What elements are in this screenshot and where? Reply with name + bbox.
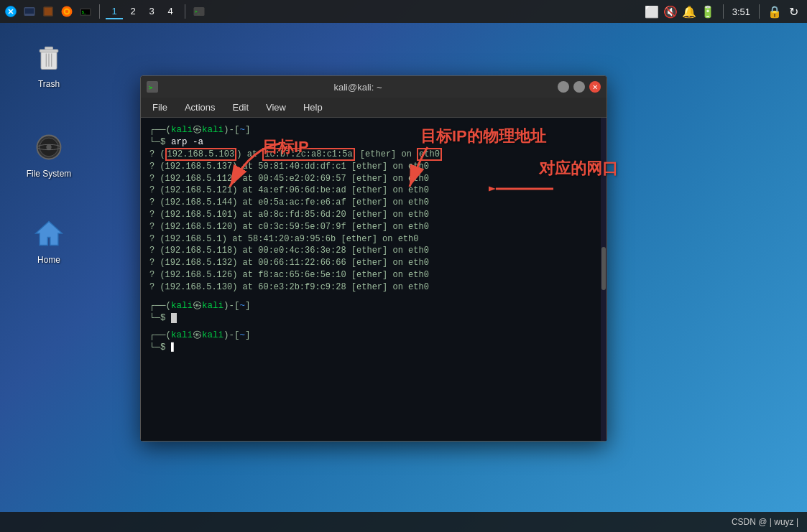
taskbar: $_ 1 2 3 4 >_ ⬜ 🔇 🔔 🔋 3:51 🔒 ↻ — [0, 0, 807, 23]
svg-rect-14 — [40, 50, 58, 52]
prompt-cmd-line-3: └─$ ▌ — [149, 342, 598, 353]
taskbar-app-icon-5[interactable]: $_ — [78, 4, 93, 19]
terminal-title-icon: > — [147, 81, 158, 93]
prompt-line-2: ┌──(kali㉿kali)-[~] — [149, 299, 598, 312]
terminal-controls: ✕ — [558, 81, 601, 93]
taskbar-left: $_ 1 2 3 4 >_ — [0, 4, 210, 19]
output-line-5: ? (192.168.5.144) at e0:5a:ac:fe:e6:af [… — [149, 197, 598, 209]
terminal-window: > kali@kali: ~ ✕ File Actions Edit View … — [140, 75, 607, 442]
taskbar-app-icon-1[interactable] — [3, 4, 19, 19]
taskbar-app-icon-4[interactable] — [59, 4, 75, 19]
trash-desktop-icon[interactable]: Trash — [20, 36, 78, 93]
output-line-4: ? (192.168.5.121) at 4a:ef:06:6d:be:ad [… — [149, 185, 598, 197]
filesystem-desktop-icon[interactable]: File System — [20, 126, 78, 183]
trash-label: Trash — [38, 79, 60, 89]
menu-help[interactable]: Help — [300, 101, 326, 114]
output-line-1: ? (192.168.5.103) at 1c:b7:2c:a8:c1:5a [… — [149, 149, 598, 161]
filesystem-icon — [32, 130, 66, 164]
output-line-12: ? (192.168.5.130) at 60:e3:2b:f9:c9:28 [… — [149, 281, 598, 294]
maximize-button[interactable] — [573, 81, 585, 93]
svg-point-21 — [46, 144, 51, 149]
bottom-bar-text: CSDN @ | wuyz | — [732, 517, 798, 527]
menu-file[interactable]: File — [149, 101, 170, 114]
prompt-cmd-line-2: └─$ — [149, 313, 598, 323]
monitor-icon[interactable]: ⬜ — [645, 5, 658, 18]
output-line-6: ? (192.168.5.101) at a0:8c:fd:85:6d:20 [… — [149, 209, 598, 221]
taskbar-app-icon-2[interactable] — [22, 4, 37, 19]
clock: 3:51 — [732, 6, 750, 17]
prompt-line-3: ┌──(kali㉿kali)-[~] — [149, 329, 598, 341]
menu-actions[interactable]: Actions — [182, 101, 218, 114]
workspace-btn-2[interactable]: 2 — [124, 4, 142, 19]
menu-view[interactable]: View — [263, 101, 289, 114]
home-label: Home — [37, 255, 60, 265]
output-line-11: ? (192.168.5.126) at f8:ac:65:6e:5e:10 [… — [149, 269, 598, 281]
home-icon — [32, 216, 66, 251]
workspace-buttons: 1 2 3 4 — [106, 4, 179, 19]
lock-icon[interactable]: 🔒 — [768, 5, 781, 18]
svg-marker-23 — [36, 222, 63, 246]
taskbar-right: ⬜ 🔇 🔔 🔋 3:51 🔒 ↻ — [638, 4, 807, 19]
menu-edit[interactable]: Edit — [230, 101, 252, 114]
filesystem-label: File System — [27, 169, 72, 179]
svg-rect-15 — [45, 47, 53, 50]
output-line-2: ? (192.168.5.137) at 50:81:40:dd:df:c1 [… — [149, 161, 598, 173]
workspace-btn-3[interactable]: 3 — [143, 4, 160, 19]
terminal-scrollbar[interactable] — [601, 118, 607, 441]
taskbar-app-icon-3[interactable] — [40, 4, 56, 19]
taskbar-divider-clock — [759, 4, 760, 19]
output-line-9: ? (192.168.5.118) at 00:e0:4c:36:3e:28 [… — [149, 245, 598, 257]
home-desktop-icon[interactable]: Home — [20, 212, 78, 269]
trash-icon — [32, 40, 66, 75]
output-line-7: ? (192.168.5.120) at c0:3c:59:5e:07:9f [… — [149, 221, 598, 233]
terminal-menubar: File Actions Edit View Help — [141, 98, 607, 118]
output-line-8: ? (192.168.5.1) at 58:41:20:a9:95:6b [et… — [149, 233, 598, 246]
svg-rect-2 — [25, 9, 34, 14]
bottom-bar: CSDN @ | wuyz | — [0, 512, 807, 532]
taskbar-divider-2 — [185, 4, 185, 19]
scrollbar-thumb[interactable] — [601, 247, 606, 290]
svg-text:>_: >_ — [195, 9, 200, 14]
workspace-btn-4[interactable]: 4 — [162, 4, 179, 19]
output-line-10: ? (192.168.5.132) at 00:66:11:22:66:66 [… — [149, 257, 598, 269]
battery-icon[interactable]: 🔋 — [701, 5, 714, 18]
taskbar-terminal-icon[interactable]: >_ — [191, 4, 207, 19]
terminal-titlebar: > kali@kali: ~ ✕ — [141, 76, 607, 98]
volume-icon[interactable]: 🔇 — [664, 5, 677, 18]
refresh-icon[interactable]: ↻ — [787, 5, 800, 18]
bell-icon[interactable]: 🔔 — [683, 5, 696, 18]
taskbar-divider-right — [723, 4, 724, 19]
terminal-content[interactable]: ┌──(kali㉿kali)-[~] └─$ arp -a ? (192.168… — [141, 118, 607, 441]
workspace-btn-1[interactable]: 1 — [106, 4, 123, 19]
svg-text:>: > — [149, 84, 153, 91]
prompt-line-1: ┌──(kali㉿kali)-[~] — [149, 123, 598, 136]
svg-text:$_: $_ — [82, 10, 86, 14]
close-button[interactable]: ✕ — [589, 81, 601, 93]
svg-point-7 — [65, 10, 69, 14]
output-line-3: ? (192.168.5.112) at 00:45:e2:02:69:57 [… — [149, 173, 598, 185]
taskbar-divider-1 — [99, 4, 100, 19]
minimize-button[interactable] — [558, 81, 569, 93]
prompt-cmd-line-1: └─$ arp -a — [149, 137, 598, 147]
svg-rect-4 — [45, 8, 52, 16]
terminal-title: kali@kali: ~ — [164, 82, 552, 93]
